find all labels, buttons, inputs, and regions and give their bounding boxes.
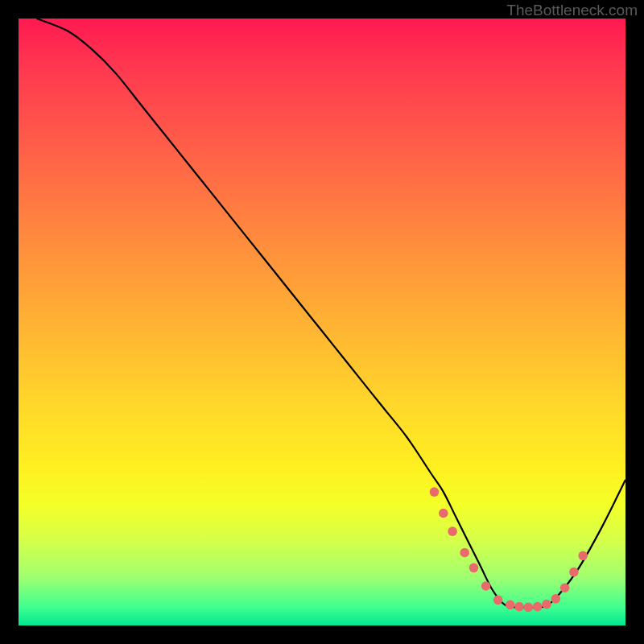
curve-dot <box>542 600 551 609</box>
curve-dot <box>448 526 457 536</box>
curve-dot <box>578 551 588 560</box>
curve-dot <box>551 594 560 604</box>
curve-dot <box>460 548 469 558</box>
bottleneck-curve-path <box>37 19 625 608</box>
curve-dot <box>439 509 448 518</box>
attribution-label: TheBottleneck.com <box>506 2 638 19</box>
curve-dots <box>430 487 588 612</box>
curve-dot <box>560 583 570 592</box>
curve-dot <box>569 568 579 577</box>
curve-dot <box>533 602 543 612</box>
chart-plot-area <box>19 19 625 625</box>
curve-dot <box>469 564 479 573</box>
chart-svg <box>19 19 625 625</box>
curve-dot <box>430 487 440 497</box>
curve-dot <box>493 596 503 605</box>
curve-dot <box>514 602 524 612</box>
curve-dot <box>481 581 491 591</box>
curve-dot <box>506 601 515 610</box>
curve-dot <box>524 603 534 613</box>
chart-frame: TheBottleneck.com <box>0 0 644 644</box>
